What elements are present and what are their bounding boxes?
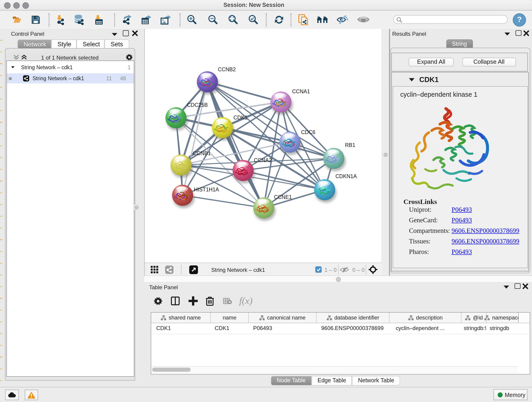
- svg-text:HIST1H1A: HIST1H1A: [194, 186, 219, 192]
- svg-text:CDC25B: CDC25B: [187, 102, 208, 108]
- svg-text:CCNB1: CCNB1: [193, 150, 211, 156]
- svg-text:CCNB2: CCNB2: [218, 66, 236, 72]
- svg-text:CDC6: CDC6: [301, 129, 316, 135]
- svg-text:CDKN1A: CDKN1A: [336, 173, 357, 179]
- svg-text:CCNA1: CCNA1: [292, 89, 310, 95]
- svg-text:CCNA2: CCNA2: [254, 157, 272, 163]
- svg-text:RB1: RB1: [345, 142, 355, 148]
- svg-text:CCNE1: CCNE1: [274, 194, 292, 200]
- svg-text:CDK1: CDK1: [234, 115, 247, 121]
